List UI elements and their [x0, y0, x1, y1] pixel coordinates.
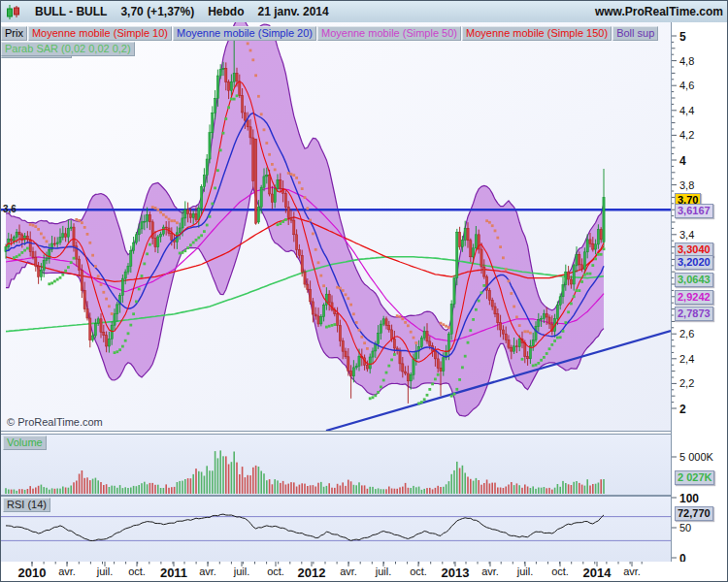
instrument-name: BULL - BULL: [35, 5, 107, 18]
rsi-panel[interactable]: RSI (14): [1, 496, 671, 563]
provider-watermark: © ProRealTime.com: [7, 416, 103, 428]
bollinger-band-area: [6, 22, 604, 416]
price-tick-label-4,2: 4,2: [679, 129, 694, 141]
date-label-2010-0: 2010: [18, 566, 47, 580]
legend-item-4[interactable]: Moyenne mobile (Simple 150): [462, 26, 612, 41]
date-label-juil.-14: juil.: [517, 566, 534, 577]
price-tick-label-4,6: 4,6: [679, 80, 694, 91]
volume-max-label: 5 000K: [679, 451, 713, 463]
candlestick-chart-icon: [6, 5, 21, 19]
price-chip-5: 2,9242: [675, 290, 713, 305]
volume-panel-label[interactable]: Volume: [3, 436, 47, 450]
chart-title-bar: BULL - BULL 3,70 (+1,37%) Hebdo 21 janv.…: [1, 1, 728, 23]
legend-item-5[interactable]: Boll sup: [612, 26, 658, 41]
price-chip-1: 3,6167: [675, 204, 713, 218]
price-tick-label-3,8: 3,8: [679, 179, 694, 191]
price-tick-label-2: 2: [679, 403, 686, 416]
date-label-avr.-5: avr.: [199, 566, 216, 577]
price-tick-label-4: 4: [679, 154, 686, 168]
volume-current-chip: 2 027K: [675, 470, 714, 485]
date-label-juil.-2: juil.: [97, 566, 114, 577]
date-label-juil.-6: juil.: [234, 566, 250, 577]
price-tick-label-2,4: 2,4: [679, 353, 694, 365]
price-tick-label-2,2: 2,2: [679, 377, 694, 389]
price-chip-6: 2,7873: [675, 307, 713, 321]
date-label-avr.-9: avr.: [340, 566, 357, 577]
date-label-oct.-15: oct.: [551, 566, 569, 577]
date-label-2011-4: 2011: [160, 566, 187, 580]
date-label-oct.-3: oct.: [128, 566, 146, 577]
date-label-oct.-11: oct.: [410, 566, 427, 577]
timeframe-label: Hebdo: [208, 5, 244, 18]
indicator-legend-row-2: Parab SAR (0,02 0,02 0,2): [1, 39, 136, 56]
price-axis-column[interactable]: 54,84,64,44,243,83,42,62,42,223,703,6167…: [671, 22, 728, 562]
rsi-current-chip: 72,770: [675, 506, 713, 521]
price-chart-canvas[interactable]: [1, 22, 671, 431]
price-chip-3: 3,2020: [675, 255, 713, 270]
rsi-canvas[interactable]: [1, 497, 671, 562]
legend-item-3[interactable]: Moyenne mobile (Simple 50): [317, 26, 461, 41]
date-label-2012-8: 2012: [298, 566, 326, 580]
rsi-tick-100: 100: [679, 492, 699, 505]
date-label-avr.-1: avr.: [58, 566, 76, 577]
provider-url: www.ProRealTime.com: [595, 5, 723, 18]
quote-date: 21 janv. 2014: [258, 5, 329, 18]
date-label-2013-12: 2013: [442, 566, 470, 580]
date-label-2014-16: 2014: [583, 566, 612, 580]
last-quote: 3,70 (+1,37%): [120, 5, 194, 18]
price-tick-label-4,4: 4,4: [679, 105, 694, 116]
price-tick-label-3,4: 3,4: [679, 229, 694, 241]
volume-canvas[interactable]: [1, 435, 671, 495]
proreal-time-window: BULL - BULL 3,70 (+1,37%) Hebdo 21 janv.…: [0, 0, 728, 582]
date-label-avr.-17: avr.: [623, 566, 641, 577]
legend-item-sar-0[interactable]: Parab SAR (0,02 0,02 0,2): [1, 42, 135, 56]
horizontal-line-price-label: 3,6: [3, 204, 17, 214]
date-label-avr.-13: avr.: [481, 566, 499, 577]
price-chart-panel[interactable]: [1, 22, 671, 432]
price-chip-4: 3,0643: [675, 273, 713, 287]
rsi-tick-50: 50: [679, 522, 691, 534]
date-axis[interactable]: 2010avr.juil.oct.2011avr.juil.oct.2012av…: [1, 562, 728, 582]
date-label-juil.-10: juil.: [376, 566, 392, 577]
volume-panel[interactable]: Volume: [1, 434, 671, 496]
legend-item-2[interactable]: Moyenne mobile (Simple 20): [173, 26, 316, 41]
date-label-oct.-7: oct.: [267, 566, 284, 577]
price-tick-label-2,6: 2,6: [679, 328, 694, 340]
rsi-panel-label[interactable]: RSI (14): [3, 498, 50, 512]
